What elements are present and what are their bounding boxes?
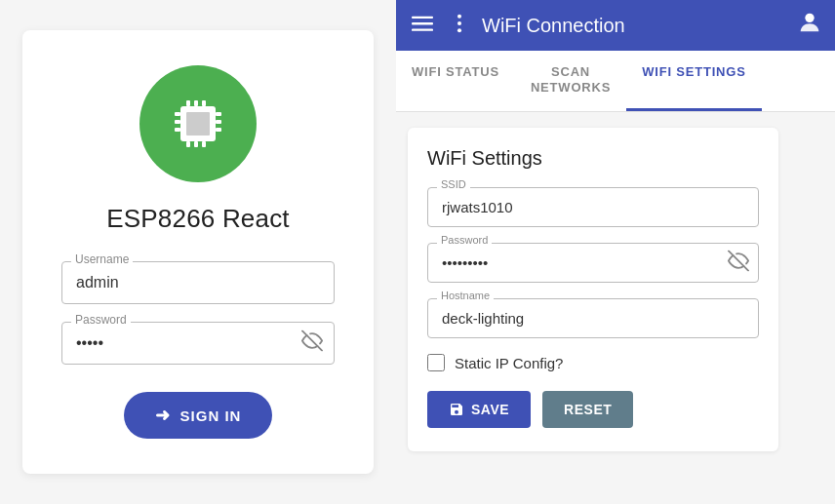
password-input[interactable] bbox=[61, 322, 335, 365]
ssid-label: SSID bbox=[437, 178, 470, 190]
logo-circle bbox=[139, 65, 257, 182]
ssid-field-group: SSID bbox=[427, 187, 759, 227]
app-bar: WiFi Connection bbox=[396, 0, 835, 51]
svg-point-18 bbox=[457, 15, 461, 19]
arrow-right-icon: ➜ bbox=[155, 405, 171, 426]
svg-rect-15 bbox=[412, 17, 433, 19]
svg-point-20 bbox=[457, 28, 461, 32]
svg-point-21 bbox=[805, 13, 814, 21]
svg-rect-2 bbox=[175, 112, 180, 116]
svg-rect-10 bbox=[202, 100, 206, 106]
svg-rect-16 bbox=[412, 22, 433, 24]
svg-rect-12 bbox=[194, 141, 198, 147]
app-title: ESP8266 React bbox=[106, 204, 290, 234]
hostname-input[interactable] bbox=[427, 298, 759, 338]
svg-rect-1 bbox=[186, 112, 210, 136]
tab-scan-networks[interactable]: SCANNETWORKS bbox=[515, 51, 626, 111]
toggle-wifi-password-icon[interactable] bbox=[728, 250, 749, 276]
tab-wifi-status[interactable]: WIFI STATUS bbox=[396, 51, 515, 111]
sign-in-button[interactable]: ➜ SIGN IN bbox=[124, 392, 273, 439]
login-panel: ESP8266 React Username Password ➜ SIGN bbox=[0, 0, 396, 504]
tab-wifi-settings[interactable]: WIFI SETTINGS bbox=[626, 51, 761, 111]
svg-rect-5 bbox=[216, 112, 221, 116]
save-button[interactable]: SAVE bbox=[427, 391, 531, 428]
static-ip-row: Static IP Config? bbox=[427, 354, 759, 371]
username-input[interactable] bbox=[61, 261, 335, 304]
chip-icon bbox=[167, 93, 229, 155]
password-label: Password bbox=[71, 313, 131, 327]
svg-rect-11 bbox=[186, 141, 190, 147]
svg-rect-8 bbox=[186, 100, 190, 106]
login-card: ESP8266 React Username Password ➜ SIGN bbox=[22, 30, 374, 474]
account-icon-button[interactable] bbox=[792, 5, 827, 47]
svg-rect-9 bbox=[194, 100, 198, 106]
tabs-row: WIFI STATUS SCANNETWORKS WIFI SETTINGS bbox=[396, 51, 835, 112]
hamburger-menu-button[interactable] bbox=[404, 7, 441, 44]
svg-rect-17 bbox=[412, 29, 433, 31]
wifi-settings-card: WiFi Settings SSID Password bbox=[408, 128, 778, 451]
right-panel: WiFi Connection WIFI STATUS SCANNETWORKS… bbox=[396, 0, 835, 504]
toggle-password-icon[interactable] bbox=[301, 330, 323, 357]
hostname-field-group: Hostname bbox=[427, 298, 759, 338]
svg-point-19 bbox=[457, 21, 461, 25]
static-ip-checkbox[interactable] bbox=[427, 354, 445, 371]
wifi-password-wrapper bbox=[427, 243, 759, 283]
static-ip-label: Static IP Config? bbox=[455, 355, 563, 371]
save-icon bbox=[449, 402, 464, 417]
password-field-group: Password bbox=[61, 322, 335, 365]
app-bar-title: WiFi Connection bbox=[478, 15, 784, 37]
svg-rect-13 bbox=[202, 141, 206, 147]
svg-rect-4 bbox=[175, 128, 180, 132]
ssid-input[interactable] bbox=[427, 187, 759, 227]
reset-button[interactable]: RESET bbox=[542, 391, 633, 428]
hostname-label: Hostname bbox=[437, 290, 494, 301]
content-area: WiFi Settings SSID Password bbox=[396, 112, 835, 504]
password-wrapper bbox=[61, 322, 335, 365]
settings-title: WiFi Settings bbox=[427, 147, 759, 170]
svg-rect-3 bbox=[175, 120, 180, 124]
username-label: Username bbox=[71, 252, 133, 266]
wifi-password-input[interactable] bbox=[427, 243, 759, 283]
svg-rect-7 bbox=[216, 128, 221, 132]
sign-in-label: SIGN IN bbox=[180, 407, 242, 424]
wifi-password-label: Password bbox=[437, 234, 492, 246]
action-buttons: SAVE RESET bbox=[427, 391, 759, 428]
more-vert-button[interactable] bbox=[449, 7, 470, 44]
wifi-password-field-group: Password bbox=[427, 243, 759, 283]
svg-rect-6 bbox=[216, 120, 221, 124]
username-field-group: Username bbox=[61, 261, 335, 304]
